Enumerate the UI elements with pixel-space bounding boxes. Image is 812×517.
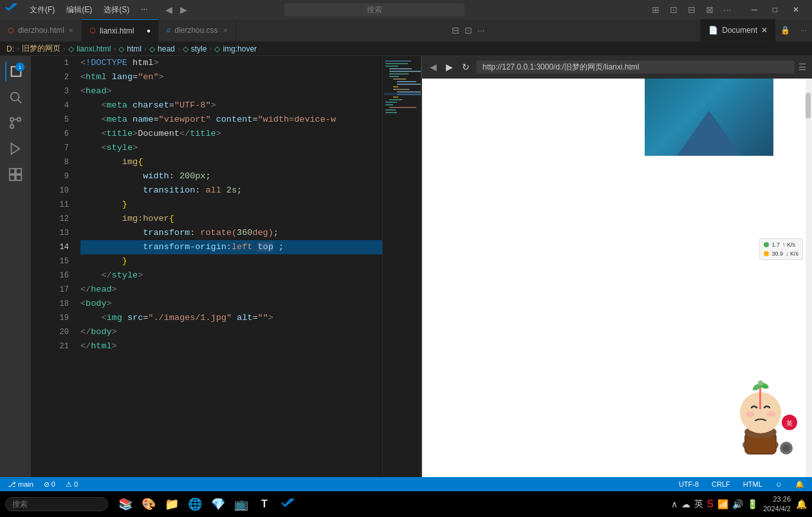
tab-lianxi-html[interactable]: ⬡ lianxi.html ● xyxy=(82,19,159,41)
preview-url-input[interactable] xyxy=(476,61,795,73)
tab-dierzhou-css[interactable]: # dierzhou.css ✕ xyxy=(159,19,236,41)
taskbar-icon-vscode[interactable] xyxy=(278,494,297,514)
statusbar-errors[interactable]: ⊘ 0 xyxy=(41,480,58,489)
taskbar-battery-icon[interactable]: 🔋 xyxy=(747,499,758,509)
bc-file[interactable]: lianxi.html xyxy=(77,44,111,53)
statusbar-line-ending[interactable]: CRLF xyxy=(709,480,733,488)
doc-tab-close[interactable]: ✕ xyxy=(761,26,768,35)
statusbar-notifications[interactable]: 🔔 xyxy=(793,480,807,489)
tab-close-lianxi[interactable]: ● xyxy=(147,27,151,34)
taskbar-icon-books[interactable]: 📚 xyxy=(116,494,135,514)
activity-git[interactable] xyxy=(5,113,26,133)
taskbar-icon-t[interactable]: T xyxy=(255,494,274,514)
taskbar-wifi-icon[interactable]: 📶 xyxy=(717,499,728,509)
nav-back-btn[interactable]: ◀ xyxy=(163,5,175,15)
taskbar-icon-folder[interactable]: 📁 xyxy=(162,494,181,514)
scrollbar-thumb[interactable] xyxy=(806,93,811,118)
statusbar-encoding[interactable]: UTF-8 xyxy=(676,480,701,488)
svg-rect-16 xyxy=(389,71,421,72)
preview-forward-btn[interactable]: ▶ xyxy=(443,61,456,73)
taskbar-sound-icon[interactable]: 🔊 xyxy=(732,499,743,509)
activity-run[interactable] xyxy=(5,138,26,159)
taskbar-icon-art[interactable]: 🎨 xyxy=(139,494,158,514)
preview-menu-btn[interactable]: ☰ xyxy=(798,62,807,72)
code-line-13: transform: rotate(360deg); xyxy=(80,226,382,240)
bc-hover[interactable]: img:hover xyxy=(223,44,257,53)
layout-btn-1[interactable]: ⊞ xyxy=(649,5,662,15)
preview-back-btn[interactable]: ◀ xyxy=(427,61,439,73)
document-tab[interactable]: 📄 Document ✕ xyxy=(700,19,775,41)
win-close-btn[interactable]: ✕ xyxy=(785,0,807,19)
tab-dierzhou-html[interactable]: ⬡ dierzhou.html ✕ xyxy=(0,19,82,41)
svg-rect-19 xyxy=(393,79,406,80)
svg-rect-24 xyxy=(397,91,421,93)
taskbar-icon-edge[interactable]: 🌐 xyxy=(185,494,205,514)
doc-tab-label: Document xyxy=(722,26,757,35)
bc-head[interactable]: head xyxy=(158,44,175,53)
statusbar-git[interactable]: ⎇ main xyxy=(5,480,36,489)
taskbar-notification-bell[interactable]: 🔔 xyxy=(796,499,807,509)
taskbar-cloud-icon[interactable]: ☁ xyxy=(681,499,690,509)
nav-buttons: ◀ ▶ xyxy=(163,5,190,15)
taskbar-icon-tv[interactable]: 📺 xyxy=(232,494,251,514)
taskbar-icons: 📚 🎨 📁 🌐 💎 📺 T xyxy=(116,494,297,514)
taskbar-search-input[interactable] xyxy=(5,497,108,511)
title-actions: ⊞ ⊡ ⊟ ⊠ ··· xyxy=(649,5,734,15)
panel-btn[interactable]: ⊡ xyxy=(465,25,472,35)
bc-hover-icon: ◇ xyxy=(214,44,220,53)
layout-btn-4[interactable]: ⊠ xyxy=(703,5,716,15)
preview-scrollbar[interactable] xyxy=(806,79,812,477)
nav-forward-btn[interactable]: ▶ xyxy=(178,5,190,15)
win-maximize-btn[interactable]: □ xyxy=(765,0,785,19)
bc-style-icon: ◇ xyxy=(183,44,189,53)
layout-btn-2[interactable]: ⊡ xyxy=(667,5,680,15)
cute-char-svg: 英 xyxy=(722,374,799,471)
net-up-dot xyxy=(764,242,769,247)
statusbar-language[interactable]: HTML xyxy=(741,480,765,488)
split-editor-btn[interactable]: ⊟ xyxy=(452,25,459,35)
code-line-3: <head> xyxy=(80,84,382,99)
taskbar-datetime: 23:26 2024/4/2 xyxy=(763,494,791,514)
net-down-speed: 30.9 xyxy=(771,250,783,257)
layout-btn-5[interactable]: ··· xyxy=(721,5,734,15)
preview-refresh-btn[interactable]: ↻ xyxy=(459,61,472,73)
code-editor[interactable]: 1 2 3 4 5 6 7 8 9 10 11 12 13 14 15 16 1 xyxy=(31,56,421,477)
taskbar-lang-icon[interactable]: 英 xyxy=(694,498,703,510)
more-tabs-btn[interactable]: ··· xyxy=(477,25,485,35)
bc-file-icon: ◇ xyxy=(68,44,74,53)
menu-file[interactable]: 文件(F) xyxy=(24,3,60,17)
svg-point-38 xyxy=(746,411,755,417)
activity-search[interactable] xyxy=(5,87,26,108)
menu-select[interactable]: 选择(S) xyxy=(98,3,134,17)
net-up-speed: 1.7 xyxy=(771,241,780,248)
taskbar-icon-diamond[interactable]: 💎 xyxy=(208,494,228,514)
bc-style[interactable]: style xyxy=(191,44,207,53)
taskbar-s-icon[interactable]: S xyxy=(707,498,714,510)
bc-d[interactable]: D: xyxy=(6,44,14,53)
statusbar-feedback[interactable]: ☺ xyxy=(773,480,785,488)
code-line-7: <style> xyxy=(80,141,382,155)
more-tabs-btn-right[interactable]: ··· xyxy=(795,19,812,41)
menu-more[interactable]: ··· xyxy=(136,3,152,17)
error-icon: ⊘ xyxy=(44,480,50,489)
svg-marker-7 xyxy=(12,144,20,155)
tab-close-css[interactable]: ✕ xyxy=(223,27,228,34)
bc-folder[interactable]: 旧梦的网页 xyxy=(22,43,60,54)
tab-label-lianxi: lianxi.html xyxy=(100,26,134,35)
bc-html[interactable]: html xyxy=(127,44,142,53)
right-tab-area: 📄 Document ✕ 🔒 ··· xyxy=(700,19,812,41)
tab-close-dierzhou[interactable]: ✕ xyxy=(68,27,73,34)
layout-btn-3[interactable]: ⊟ xyxy=(685,5,698,15)
svg-rect-11 xyxy=(16,175,21,180)
statusbar-warnings[interactable]: ⚠ 0 xyxy=(63,480,80,489)
svg-text:英: 英 xyxy=(786,420,793,427)
menu-edit[interactable]: 编辑(E) xyxy=(61,3,97,17)
code-content[interactable]: 1 2 3 4 5 6 7 8 9 10 11 12 13 14 15 16 1 xyxy=(31,56,421,477)
activity-explorer[interactable]: 1 xyxy=(5,61,26,82)
code-line-10: transition: all 2s; xyxy=(80,183,382,198)
code-lines-area[interactable]: <!DOCTYPE html> <html lang="en"> <head> … xyxy=(75,56,382,477)
win-minimize-btn[interactable]: ─ xyxy=(744,0,765,19)
taskbar-chevron-up[interactable]: ∧ xyxy=(671,499,678,509)
title-search-input[interactable] xyxy=(284,3,465,16)
activity-extensions[interactable] xyxy=(5,164,26,185)
